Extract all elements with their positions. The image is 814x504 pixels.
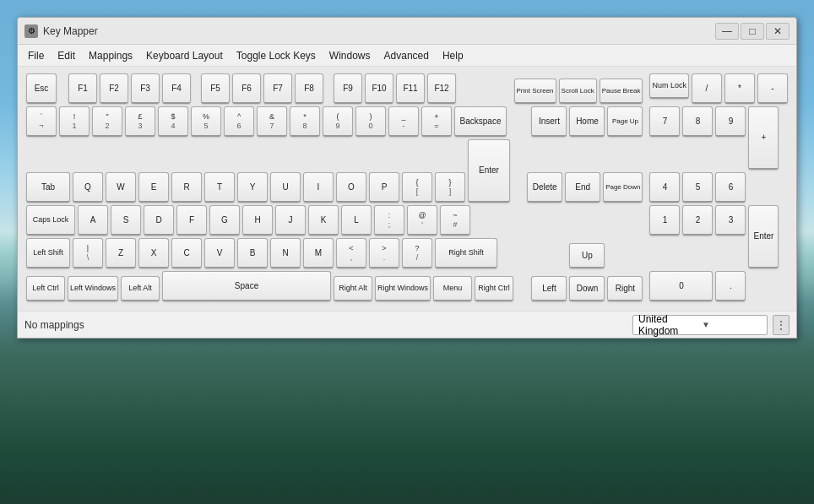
key-3[interactable]: £ 3 (125, 106, 155, 137)
key-f7[interactable]: F7 (263, 73, 292, 104)
key-f11[interactable]: F11 (396, 73, 425, 104)
key-num-enter[interactable]: Enter (748, 205, 779, 268)
key-scroll-lock[interactable]: Scroll Lock (559, 79, 597, 104)
key-v[interactable]: V (204, 238, 235, 268)
key-1[interactable]: ! 1 (59, 106, 90, 137)
key-num5[interactable]: 5 (682, 172, 713, 203)
key-m[interactable]: M (303, 238, 334, 268)
key-right-shift[interactable]: Right Shift (435, 238, 497, 268)
key-esc[interactable]: Esc (26, 73, 57, 104)
key-semicolon[interactable]: : ; (374, 205, 404, 236)
key-z[interactable]: Z (106, 238, 136, 268)
menu-file[interactable]: File (21, 48, 51, 63)
key-backslash[interactable]: | \ (73, 238, 103, 268)
key-d[interactable]: D (144, 205, 174, 236)
key-p[interactable]: P (369, 172, 399, 203)
key-right-alt[interactable]: Right Alt (334, 276, 372, 301)
key-t[interactable]: T (204, 172, 235, 203)
key-e[interactable]: E (138, 172, 169, 203)
key-num6[interactable]: 6 (715, 172, 746, 203)
key-slash[interactable]: ? / (402, 238, 432, 268)
key-num8[interactable]: 8 (682, 106, 713, 137)
key-num-star[interactable]: * (724, 73, 755, 104)
key-page-down[interactable]: Page Down (603, 172, 643, 203)
key-f2[interactable]: F2 (100, 73, 128, 104)
key-f6[interactable]: F6 (232, 73, 261, 104)
key-backtick[interactable]: ` ¬ (26, 106, 57, 137)
menu-mappings[interactable]: Mappings (82, 48, 139, 63)
key-6[interactable]: ^ 6 (224, 106, 254, 137)
key-num-lock[interactable]: Num Lock (649, 73, 689, 99)
key-g[interactable]: G (209, 205, 240, 236)
key-enter[interactable]: Enter (468, 139, 510, 203)
key-backspace[interactable]: Backspace (454, 106, 507, 137)
key-page-up[interactable]: Page Up (607, 106, 643, 137)
key-8[interactable]: * 8 (290, 106, 320, 137)
key-space[interactable]: Space (162, 271, 331, 301)
key-tab[interactable]: Tab (26, 172, 70, 203)
key-7[interactable]: & 7 (257, 106, 287, 137)
key-left-alt[interactable]: Left Alt (121, 276, 160, 301)
layout-dropdown[interactable]: United Kingdom ▼ (632, 315, 768, 335)
key-w[interactable]: W (106, 172, 136, 203)
key-down[interactable]: Down (569, 276, 605, 301)
key-delete[interactable]: Delete (527, 172, 562, 203)
key-num9[interactable]: 9 (715, 106, 746, 137)
key-q[interactable]: Q (73, 172, 103, 203)
menu-windows[interactable]: Windows (323, 48, 377, 63)
key-at[interactable]: @ ' (407, 205, 437, 236)
key-left-shift[interactable]: Left Shift (26, 238, 70, 268)
key-a[interactable]: A (78, 205, 108, 236)
key-h[interactable]: H (242, 205, 273, 236)
key-f10[interactable]: F10 (365, 73, 393, 104)
key-f4[interactable]: F4 (162, 73, 191, 104)
key-num-slash[interactable]: / (692, 73, 722, 104)
key-j[interactable]: J (275, 205, 306, 236)
key-f1[interactable]: F1 (68, 73, 97, 104)
key-comma[interactable]: < , (336, 238, 366, 268)
key-insert[interactable]: Insert (531, 106, 567, 137)
minimize-button[interactable]: — (715, 23, 739, 40)
key-5[interactable]: % 5 (191, 106, 221, 137)
maximize-button[interactable]: □ (741, 23, 764, 40)
key-f[interactable]: F (176, 205, 207, 236)
key-period[interactable]: > . (369, 238, 399, 268)
key-num2[interactable]: 2 (682, 205, 713, 236)
key-end[interactable]: End (565, 172, 600, 203)
dots-button[interactable]: ⋮ (773, 315, 790, 335)
menu-keyboard-layout[interactable]: Keyboard Layout (139, 48, 230, 63)
key-right-windows[interactable]: Right Windows (375, 276, 431, 301)
key-up[interactable]: Up (569, 243, 605, 268)
key-2[interactable]: " 2 (92, 106, 122, 137)
key-left[interactable]: Left (531, 276, 567, 301)
key-caps-lock[interactable]: Caps Lock (26, 205, 75, 236)
key-s[interactable]: S (111, 205, 141, 236)
key-print-screen[interactable]: Print Screen (514, 79, 556, 104)
key-num7[interactable]: 7 (649, 106, 680, 137)
key-k[interactable]: K (308, 205, 339, 236)
key-home[interactable]: Home (569, 106, 605, 137)
key-num-minus[interactable]: - (757, 73, 788, 104)
key-n[interactable]: N (270, 238, 301, 268)
key-l[interactable]: L (341, 205, 372, 236)
key-c[interactable]: C (171, 238, 202, 268)
key-left-ctrl[interactable]: Left Ctrl (26, 276, 65, 301)
key-right-ctrl[interactable]: Right Ctrl (475, 276, 513, 301)
key-r[interactable]: R (171, 172, 202, 203)
key-y[interactable]: Y (237, 172, 268, 203)
key-left-windows[interactable]: Left Windows (68, 276, 118, 301)
key-num0[interactable]: 0 (649, 271, 713, 301)
key-u[interactable]: U (270, 172, 301, 203)
key-0[interactable]: ) 0 (355, 106, 386, 137)
key-f5[interactable]: F5 (201, 73, 230, 104)
key-open-bracket[interactable]: { [ (402, 172, 432, 203)
key-9[interactable]: ( 9 (323, 106, 353, 137)
key-num-dot[interactable]: . (715, 271, 746, 301)
key-4[interactable]: $ 4 (158, 106, 188, 137)
key-num4[interactable]: 4 (649, 172, 680, 203)
key-pause-break[interactable]: Pause Break (600, 79, 643, 104)
key-equals[interactable]: + = (421, 106, 452, 137)
key-num-plus[interactable]: + (748, 106, 779, 170)
key-num1[interactable]: 1 (649, 205, 680, 236)
key-f12[interactable]: F12 (427, 73, 456, 104)
